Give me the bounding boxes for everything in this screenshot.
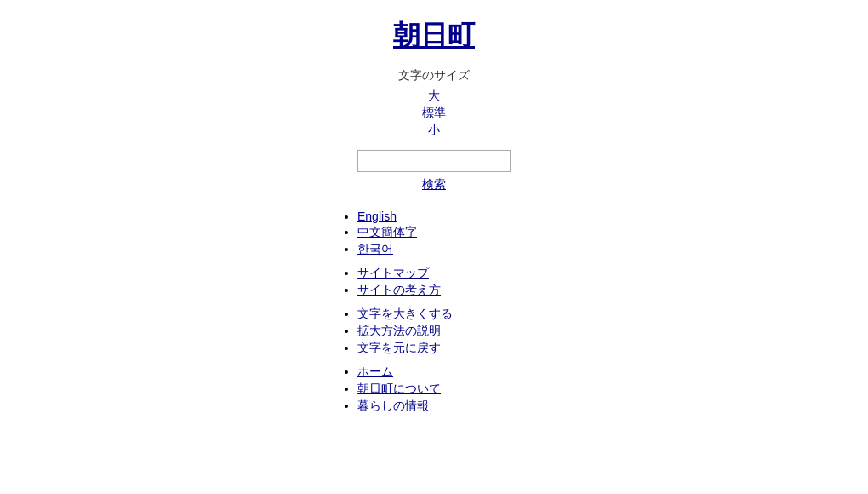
sitemap-link[interactable]: サイトマップ — [357, 266, 429, 279]
font-large-link[interactable]: 大 — [428, 89, 440, 104]
search-input[interactable] — [357, 150, 511, 172]
living-info-link[interactable]: 暮らしの情報 — [357, 399, 429, 412]
font-size-label: 文字のサイズ — [398, 68, 470, 83]
list-item: 中文簡体字 — [357, 225, 417, 240]
list-item: 朝日町について — [357, 382, 441, 397]
list-item: サイトの考え方 — [357, 283, 441, 298]
zoom-help-link[interactable]: 拡大方法の説明 — [357, 324, 441, 337]
search-area: 検索 — [357, 150, 511, 192]
lang-korean-link[interactable]: 한국어 — [357, 242, 393, 256]
site-policy-link[interactable]: サイトの考え方 — [357, 283, 441, 296]
all-nav-list: English 中文簡体字 한국어 サイトマップ サイトの考え方 文字を大きくす… — [340, 210, 528, 416]
text-larger-link[interactable]: 文字を大きくする — [357, 307, 453, 320]
font-standard-link[interactable]: 標準 — [422, 106, 446, 121]
text-reset-link[interactable]: 文字を元に戻す — [357, 341, 441, 354]
list-item: English — [357, 210, 397, 223]
about-link[interactable]: 朝日町について — [357, 382, 441, 395]
site-title[interactable]: 朝日町 — [393, 17, 475, 55]
list-item: 暮らしの情報 — [357, 399, 429, 414]
font-size-controls: 大 標準 小 — [422, 89, 446, 138]
list-item: 文字を大きくする — [357, 307, 453, 322]
page-wrapper: 朝日町 文字のサイズ 大 標準 小 検索 English 中文簡体字 한국어 サ… — [0, 0, 868, 416]
list-item: ホーム — [357, 365, 393, 380]
search-button[interactable]: 検索 — [422, 177, 446, 192]
list-item: 文字を元に戻す — [357, 341, 441, 356]
list-item: 拡大方法の説明 — [357, 324, 441, 339]
home-link[interactable]: ホーム — [357, 365, 393, 378]
font-small-link[interactable]: 小 — [428, 123, 440, 138]
lang-chinese-link[interactable]: 中文簡体字 — [357, 225, 417, 238]
lang-english-link[interactable]: English — [357, 210, 397, 223]
list-item: サイトマップ — [357, 266, 429, 281]
list-item: 한국어 — [357, 242, 393, 257]
